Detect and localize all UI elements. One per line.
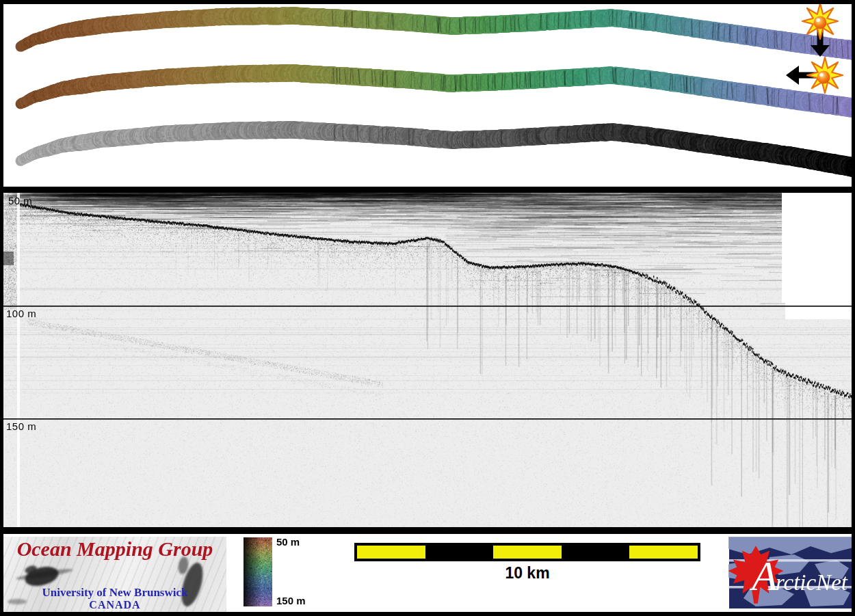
ocean-mapping-group-logo: Ocean Mapping Group University of New Br… xyxy=(3,537,226,612)
starburst-marker-1 xyxy=(800,1,841,59)
starburst-marker-2 xyxy=(780,56,845,97)
omg-country: CANADA xyxy=(3,599,226,611)
scale-bar-segment-2 xyxy=(425,546,494,559)
figure-root: 50 m 100 m 150 m Ocean Mapping Group Uni… xyxy=(0,0,855,616)
scale-bar-segment-5 xyxy=(629,546,698,559)
frame-left xyxy=(0,0,3,616)
colorbar-top-label: 50 m xyxy=(276,536,300,548)
scale-bar-segment-4 xyxy=(562,546,630,559)
frame-right xyxy=(852,0,855,616)
scale-bar-segment-1 xyxy=(357,546,425,559)
separator-swath-echogram xyxy=(0,187,855,193)
scale-bar-label: 10 km xyxy=(354,564,700,582)
depth-label-50m: 50 m xyxy=(8,195,32,206)
depth-label-100m: 100 m xyxy=(6,308,36,319)
depth-colorbar xyxy=(244,537,272,606)
colorbar-bottom-label: 150 m xyxy=(276,595,306,606)
arcticnet-logo: ArcticNet xyxy=(728,537,853,609)
frame-top xyxy=(0,0,855,4)
omg-university: University of New Brunswick xyxy=(3,586,226,600)
frame-bottom xyxy=(0,612,855,616)
omg-title: Ocean Mapping Group xyxy=(3,537,226,561)
separator-echogram-footer xyxy=(0,527,855,534)
swath-bathymetry-panel xyxy=(0,0,855,187)
starburst-sun-icon xyxy=(802,3,838,39)
scale-bar-segment-3 xyxy=(493,546,562,559)
depth-label-150m: 150 m xyxy=(6,420,36,432)
scale-bar xyxy=(354,543,700,561)
footer-bar: Ocean Mapping Group University of New Br… xyxy=(0,534,855,612)
echogram-panel xyxy=(0,193,855,527)
starburst-sun-icon xyxy=(807,57,843,93)
